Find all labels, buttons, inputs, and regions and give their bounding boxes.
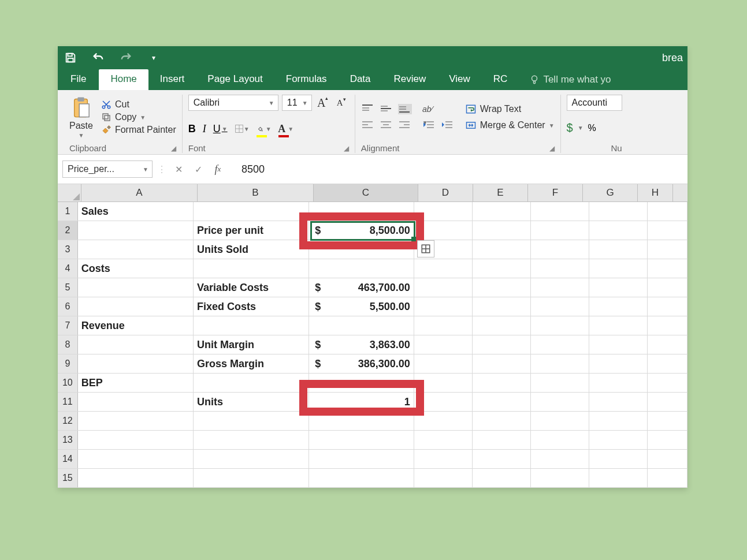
row-header[interactable]: 3 [58,240,78,259]
cell[interactable] [648,221,687,240]
cell[interactable] [78,278,194,297]
cell[interactable] [78,469,194,487]
font-color-button[interactable]: A ▼ [278,121,293,136]
undo-icon[interactable] [90,50,106,66]
cell[interactable] [473,354,531,373]
cell[interactable] [414,393,473,411]
cell[interactable] [414,278,473,297]
cell[interactable] [194,469,309,487]
cell[interactable] [589,431,648,449]
cell[interactable] [414,374,473,392]
fx-icon[interactable]: fx [210,162,225,177]
col-header-g[interactable]: G [583,184,638,201]
cell[interactable] [531,240,589,259]
dialog-launcher-icon[interactable]: ◢ [549,144,555,152]
decrease-indent-icon[interactable] [422,120,436,130]
tab-view[interactable]: View [437,69,482,90]
cell[interactable] [589,335,648,354]
font-name-combo[interactable]: Calibri ▼ [188,95,278,111]
cell[interactable] [531,450,589,468]
cell[interactable] [414,431,473,449]
name-box[interactable]: Price_per... ▼ [62,160,153,178]
cell[interactable] [309,202,414,221]
cell[interactable]: 1 [309,393,414,411]
tab-insert[interactable]: Insert [148,69,196,90]
cell[interactable] [309,450,414,468]
cell[interactable] [473,221,531,240]
row-header[interactable]: 1 [58,202,78,221]
underline-button[interactable]: U▼ [213,123,228,135]
cut-button[interactable]: Cut [101,99,176,110]
align-bottom-icon[interactable] [398,104,412,114]
cell[interactable] [194,316,309,335]
redo-icon[interactable] [118,50,134,66]
cell[interactable]: Fixed Costs [194,297,309,316]
cell[interactable] [414,297,473,316]
cell[interactable]: $463,700.00 [309,278,414,297]
cell[interactable] [194,259,309,278]
cell[interactable] [648,354,687,373]
cell[interactable] [473,240,531,259]
cell[interactable]: Variable Costs [194,278,309,297]
select-all-corner[interactable] [58,184,81,201]
align-center-icon[interactable] [380,120,393,130]
tab-page-layout[interactable]: Page Layout [196,69,274,90]
save-icon[interactable] [62,50,79,66]
cell[interactable] [473,374,531,392]
cell[interactable] [194,431,309,449]
cell[interactable] [648,297,687,316]
cell[interactable] [473,412,531,430]
accounting-format-button[interactable]: $ [567,121,573,135]
cell[interactable] [589,221,648,240]
col-header-a[interactable]: A [81,184,198,201]
cell[interactable] [78,354,194,373]
cell[interactable] [589,374,648,392]
cell[interactable] [531,393,589,411]
tab-home[interactable]: Home [99,69,148,90]
tab-data[interactable]: Data [339,69,382,90]
cell[interactable] [589,450,648,468]
quick-analysis-icon[interactable] [417,240,434,257]
cell[interactable] [194,450,309,468]
tab-review[interactable]: Review [382,69,438,90]
cell[interactable] [473,297,531,316]
bold-button[interactable]: B [188,123,196,135]
paste-button[interactable]: Paste ▼ [69,96,96,139]
cell[interactable] [194,202,309,221]
cell[interactable]: Unit Margin [194,335,309,354]
align-middle-icon[interactable] [380,104,393,114]
row-header[interactable]: 2 [58,221,78,240]
row-header[interactable]: 11 [58,393,78,411]
cell[interactable]: Price per unit [194,221,309,240]
format-painter-button[interactable]: Format Painter [101,125,176,135]
merge-center-button[interactable]: Merge & Center ▼ [465,120,555,130]
dialog-launcher-icon[interactable]: ◢ [171,144,176,152]
cell[interactable] [589,354,648,373]
orientation-icon[interactable]: ab▼ [422,104,436,114]
cell[interactable] [531,431,589,449]
row-header[interactable]: 14 [58,450,78,468]
formula-input[interactable] [230,160,683,178]
tab-file[interactable]: File [58,69,99,90]
increase-font-icon[interactable]: A▴ [315,95,330,110]
cell[interactable] [473,278,531,297]
cell[interactable] [531,374,589,392]
cell[interactable] [309,259,414,278]
row-header[interactable]: 6 [58,297,78,316]
row-header[interactable]: 4 [58,259,78,278]
cell[interactable] [648,393,687,411]
italic-button[interactable]: I [203,123,206,135]
cell[interactable] [309,431,414,449]
cell[interactable] [648,374,687,392]
cell[interactable] [589,316,648,335]
cell[interactable] [309,412,414,430]
cell[interactable] [648,316,687,335]
worksheet-grid[interactable]: A B C D E F G H 1Sales2Price per unit$8,… [58,184,687,488]
row-header[interactable]: 15 [58,469,78,487]
chevron-down-icon[interactable]: ▼ [79,132,84,139]
wrap-text-button[interactable]: Wrap Text [465,104,555,114]
col-header-h[interactable]: H [638,184,673,201]
col-header-f[interactable]: F [528,184,583,201]
decrease-font-icon[interactable]: A▾ [334,95,349,110]
align-left-icon[interactable] [361,120,375,130]
